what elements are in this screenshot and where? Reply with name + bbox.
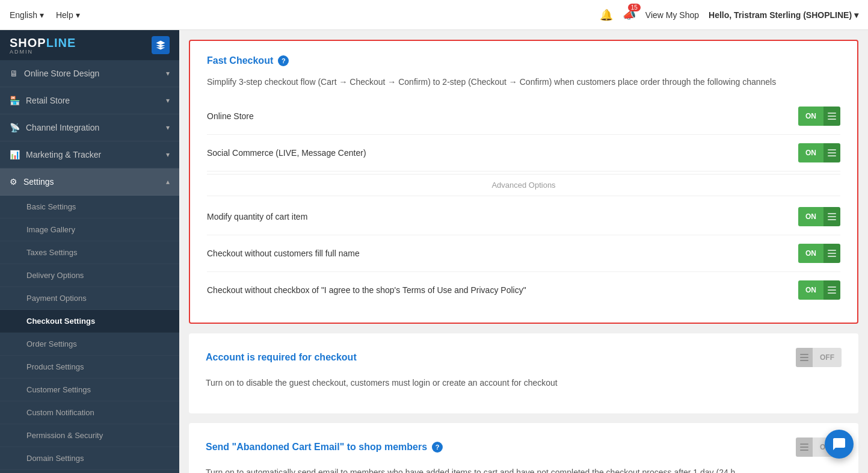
handle-line xyxy=(828,289,836,291)
chevron-down-icon: ▾ xyxy=(166,150,170,159)
handle-line xyxy=(828,213,836,214)
layout: SHOPLINE ADMIN 🖥 Online Store Design ▾ 🏪… xyxy=(0,30,868,473)
checkout-no-terms-toggle-wrap: ON xyxy=(798,280,840,300)
abandoned-cart-header: Send "Abandoned Cart Email" to shop memb… xyxy=(206,437,842,457)
account-required-title: Account is required for checkout xyxy=(206,352,357,363)
account-required-description: Turn on to disable the guest checkout, c… xyxy=(206,377,842,389)
modify-qty-toggle-wrap: ON xyxy=(798,207,840,226)
sidebar-item-marketing[interactable]: 📊 Marketing & Tracker ▾ xyxy=(0,141,179,168)
handle-line xyxy=(800,360,808,361)
toggle-handle xyxy=(823,143,840,162)
handle-line xyxy=(828,149,836,150)
sidebar-sub-delivery-options[interactable]: Delivery Options xyxy=(0,264,179,287)
social-commerce-label: Social Commerce (LIVE, Message Center) xyxy=(207,148,798,158)
abandoned-cart-description: Turn on to automatically send email to m… xyxy=(206,466,842,473)
view-my-shop-button[interactable]: View My Shop xyxy=(645,10,699,20)
account-required-card: Account is required for checkout OFF Tur… xyxy=(189,333,858,413)
sidebar-sub-domain-settings[interactable]: Domain Settings xyxy=(0,447,179,470)
sidebar-sub-taxes-settings[interactable]: Taxes Settings xyxy=(0,241,179,264)
sidebar-sub-checkout-settings[interactable]: Checkout Settings xyxy=(0,310,179,333)
logo-shop-text: SHOPLINE xyxy=(10,36,76,50)
handle-line xyxy=(828,155,836,156)
sidebar-item-channel[interactable]: 📡 Channel Integration ▾ xyxy=(0,114,179,141)
toggle-handle xyxy=(823,244,840,263)
toggle-on-label: ON xyxy=(798,244,823,263)
handle-line xyxy=(828,219,836,220)
handle-line xyxy=(800,444,808,445)
user-greeting[interactable]: Hello, Tristram Sterling (SHOPLINE) ▾ xyxy=(709,10,858,20)
handle-line xyxy=(828,152,836,153)
social-commerce-toggle[interactable]: ON xyxy=(798,143,840,162)
language-selector[interactable]: English ▾ xyxy=(10,10,44,20)
sidebar-item-online-store[interactable]: 🖥 Online Store Design ▾ xyxy=(0,60,179,87)
bell-icon[interactable]: 🔔 xyxy=(600,8,613,22)
help-chevron-icon: ▾ xyxy=(76,10,80,20)
handle-line xyxy=(828,256,836,257)
chat-bubble-button[interactable] xyxy=(825,430,854,459)
online-store-icon: 🖥 xyxy=(10,69,18,78)
handle-line xyxy=(828,253,836,254)
sidebar-item-retail-store[interactable]: 🏪 Retail Store ▾ xyxy=(0,87,179,114)
abandoned-cart-help-icon[interactable]: ? xyxy=(432,442,443,453)
toggle-on-label: ON xyxy=(798,107,823,126)
sidebar-sub-payment-options[interactable]: Payment Options xyxy=(0,287,179,310)
main-content: Fast Checkout ? Simplify 3-step checkout… xyxy=(179,30,868,473)
user-chevron-icon: ▾ xyxy=(854,10,858,20)
marketing-icon: 📊 xyxy=(10,150,20,159)
notification-icon-wrap[interactable]: 📣 15 xyxy=(623,8,636,22)
account-required-toggle[interactable]: OFF xyxy=(796,348,842,367)
help-label: Help xyxy=(56,10,73,20)
online-store-toggle[interactable]: ON xyxy=(798,107,840,126)
chevron-down-icon: ▾ xyxy=(166,96,170,105)
topbar-right: 🔔 📣 15 View My Shop Hello, Tristram Ster… xyxy=(600,8,858,22)
abandoned-cart-card: Send "Abandoned Cart Email" to shop memb… xyxy=(189,423,858,473)
modify-qty-label: Modify quantity of cart item xyxy=(207,212,798,221)
toggle-off-label: OFF xyxy=(813,348,842,367)
toggle-on-label: ON xyxy=(798,207,823,226)
sidebar-sub-basic-settings[interactable]: Basic Settings xyxy=(0,196,179,218)
fast-checkout-help-icon[interactable]: ? xyxy=(278,55,289,66)
sidebar-item-label: Marketing & Tracker xyxy=(26,150,166,159)
topbar: English ▾ Help ▾ 🔔 📣 15 View My Shop Hel… xyxy=(0,0,868,30)
handle-line xyxy=(828,119,836,120)
fast-checkout-card: Fast Checkout ? Simplify 3-step checkout… xyxy=(189,40,858,324)
checkout-no-name-toggle-row: Checkout without customers fill full nam… xyxy=(207,235,840,272)
advanced-options-divider: Advanced Options xyxy=(207,174,840,196)
checkout-no-name-toggle[interactable]: ON xyxy=(798,244,840,263)
social-commerce-toggle-row: Social Commerce (LIVE, Message Center) O… xyxy=(207,135,840,172)
account-required-toggle-wrap: OFF xyxy=(796,348,842,367)
sidebar-item-label: Online Store Design xyxy=(24,69,166,78)
sidebar-sub-image-gallery[interactable]: Image Gallery xyxy=(0,218,179,241)
sidebar-sub-permission-security[interactable]: Permission & Security xyxy=(0,424,179,447)
abandoned-cart-title: Send "Abandoned Cart Email" to shop memb… xyxy=(206,442,443,453)
toggle-on-label: ON xyxy=(798,280,823,300)
sidebar-item-label: Channel Integration xyxy=(26,123,166,132)
lang-chevron-icon: ▾ xyxy=(40,10,44,20)
handle-line xyxy=(800,450,808,451)
sidebar-sub-product-settings[interactable]: Product Settings xyxy=(0,356,179,379)
fast-checkout-description: Simplify 3-step checkout flow (Cart → Ch… xyxy=(207,76,840,88)
sidebar-item-settings[interactable]: ⚙ Settings ▴ xyxy=(0,168,179,196)
handle-line xyxy=(828,216,836,217)
logo-icon xyxy=(152,36,170,54)
chevron-down-icon: ▾ xyxy=(166,69,170,78)
social-commerce-toggle-wrap: ON xyxy=(798,143,840,162)
sidebar: SHOPLINE ADMIN 🖥 Online Store Design ▾ 🏪… xyxy=(0,30,179,473)
toggle-handle xyxy=(796,348,813,367)
settings-icon: ⚙ xyxy=(10,177,17,187)
handle-line xyxy=(828,113,836,114)
modify-qty-toggle-row: Modify quantity of cart item ON xyxy=(207,199,840,235)
checkout-no-terms-toggle-row: Checkout without checkbox of "I agree to… xyxy=(207,272,840,308)
checkout-no-terms-toggle[interactable]: ON xyxy=(798,280,840,300)
online-store-toggle-wrap: ON xyxy=(798,107,840,126)
toggle-on-label: ON xyxy=(798,143,823,162)
sidebar-sub-customer-settings[interactable]: Customer Settings xyxy=(0,379,179,401)
account-required-header: Account is required for checkout OFF xyxy=(206,348,842,367)
modify-qty-toggle[interactable]: ON xyxy=(798,207,840,226)
help-button[interactable]: Help ▾ xyxy=(56,10,80,20)
notification-badge: 15 xyxy=(628,4,641,11)
sidebar-sub-custom-notification[interactable]: Custom Notification xyxy=(0,401,179,424)
sidebar-sub-order-settings[interactable]: Order Settings xyxy=(0,333,179,356)
sidebar-item-label: Settings xyxy=(23,177,166,187)
handle-line xyxy=(828,286,836,288)
